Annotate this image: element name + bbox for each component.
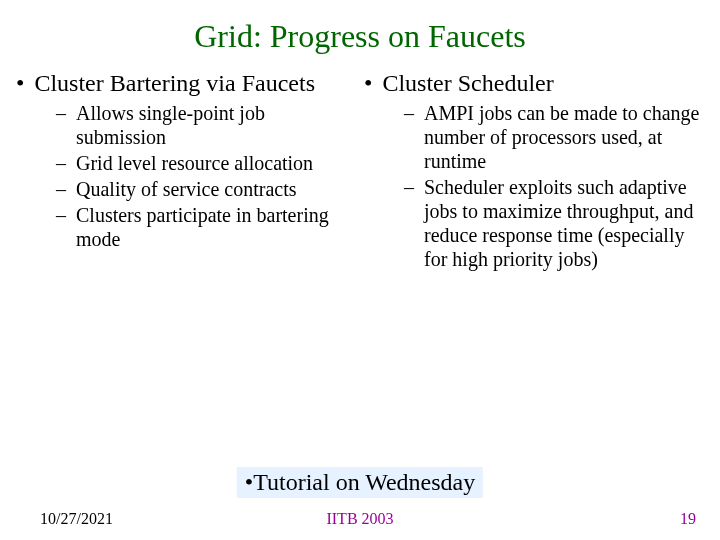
left-heading-bullet: • Cluster Bartering via Faucets (16, 69, 356, 97)
dash-icon: – (404, 101, 414, 125)
list-item: – Clusters participate in bartering mode (56, 203, 356, 251)
footer-venue: IITB 2003 (326, 510, 393, 528)
list-item: – Quality of service contracts (56, 177, 356, 201)
dash-icon: – (56, 203, 66, 227)
list-item-text: AMPI jobs can be made to change number o… (424, 101, 704, 173)
right-heading-text: Cluster Scheduler (382, 69, 553, 97)
left-sublist: – Allows single-point job submission – G… (16, 101, 356, 251)
slide-title: Grid: Progress on Faucets (16, 18, 704, 55)
dash-icon: – (56, 101, 66, 125)
bullet-dot-icon: • (16, 69, 24, 97)
list-item-text: Grid level resource allocation (76, 151, 313, 175)
dash-icon: – (56, 177, 66, 201)
list-item-text: Scheduler exploits such adaptive jobs to… (424, 175, 704, 271)
left-column: • Cluster Bartering via Faucets – Allows… (16, 69, 356, 273)
list-item: – AMPI jobs can be made to change number… (404, 101, 704, 173)
right-sublist: – AMPI jobs can be made to change number… (364, 101, 704, 271)
list-item: – Grid level resource allocation (56, 151, 356, 175)
list-item-text: Clusters participate in bartering mode (76, 203, 356, 251)
right-heading-bullet: • Cluster Scheduler (364, 69, 704, 97)
content-columns: • Cluster Bartering via Faucets – Allows… (16, 69, 704, 273)
tutorial-callout: •Tutorial on Wednesday (237, 467, 483, 498)
left-heading-text: Cluster Bartering via Faucets (34, 69, 315, 97)
tutorial-text: Tutorial on Wednesday (253, 469, 475, 495)
list-item-text: Allows single-point job submission (76, 101, 356, 149)
list-item: – Allows single-point job submission (56, 101, 356, 149)
slide: Grid: Progress on Faucets • Cluster Bart… (0, 0, 720, 540)
dash-icon: – (56, 151, 66, 175)
list-item: – Scheduler exploits such adaptive jobs … (404, 175, 704, 271)
bullet-dot-icon: • (364, 69, 372, 97)
list-item-text: Quality of service contracts (76, 177, 296, 201)
footer-page-number: 19 (680, 510, 696, 528)
right-column: • Cluster Scheduler – AMPI jobs can be m… (364, 69, 704, 273)
slide-footer: 10/27/2021 IITB 2003 19 (0, 510, 720, 528)
dash-icon: – (404, 175, 414, 199)
footer-date: 10/27/2021 (40, 510, 113, 528)
